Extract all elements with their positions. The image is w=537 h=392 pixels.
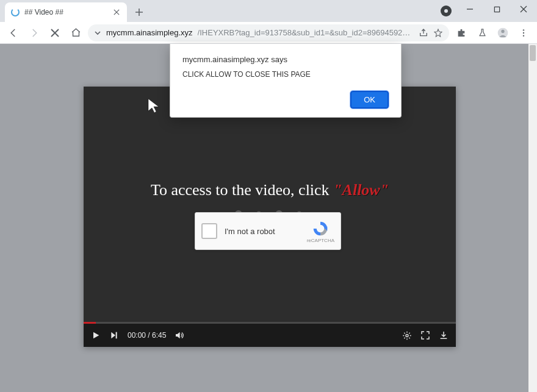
video-player: To access to the video, click "Allow" ● … xyxy=(84,87,456,347)
player-overlay-message: To access to the video, click "Allow" xyxy=(84,181,456,199)
new-tab-button[interactable] xyxy=(131,4,148,21)
bookmark-star-icon[interactable] xyxy=(433,28,443,38)
address-bar[interactable]: mycmm.ainasimpleg.xyz/IHEYXRB?tag_id=913… xyxy=(88,24,449,41)
nav-back-button[interactable] xyxy=(5,24,22,41)
browser-tab-active[interactable]: ## Video ## xyxy=(5,2,127,22)
browser-toolbar: mycmm.ainasimpleg.xyz/IHEYXRB?tag_id=913… xyxy=(0,22,537,44)
url-host: mycmm.ainasimpleg.xyz xyxy=(106,28,193,37)
download-icon[interactable] xyxy=(439,330,449,340)
recaptcha-checkbox[interactable] xyxy=(201,223,217,239)
tab-favicon-spinner xyxy=(11,8,20,16)
window-close-button[interactable] xyxy=(510,0,537,18)
nav-stop-button[interactable] xyxy=(46,24,63,41)
svg-point-2 xyxy=(501,29,504,32)
svg-point-8 xyxy=(406,334,408,337)
window-minimize-button[interactable] xyxy=(456,0,483,18)
site-info-chevron-icon[interactable] xyxy=(94,29,101,37)
svg-point-3 xyxy=(523,29,524,30)
volume-icon[interactable] xyxy=(175,330,184,340)
recaptcha-label: I'm not a robot xyxy=(225,227,300,236)
labs-icon[interactable] xyxy=(474,24,491,41)
player-controls: 00:00 / 6:45 xyxy=(84,324,456,347)
javascript-alert-dialog: mycmm.ainasimpleg.xyz says CLICK ALLOW T… xyxy=(170,44,402,118)
fullscreen-icon[interactable] xyxy=(420,330,430,340)
profile-indicator-icon[interactable] xyxy=(441,5,452,16)
tab-close-icon[interactable] xyxy=(112,8,121,16)
page-viewport: To access to the video, click "Allow" ● … xyxy=(0,44,537,392)
svg-point-4 xyxy=(523,32,524,33)
svg-rect-0 xyxy=(494,7,499,12)
svg-point-5 xyxy=(523,35,524,36)
cursor-pointer-icon xyxy=(146,98,161,115)
player-message-allow: "Allow" xyxy=(333,181,389,199)
url-path: /IHEYXRB?tag_id=913758&sub_id1=&sub_id2=… xyxy=(198,28,414,37)
vertical-scrollbar[interactable] xyxy=(528,44,537,392)
player-progress-bar[interactable] xyxy=(84,322,456,324)
settings-gear-icon[interactable] xyxy=(402,330,412,340)
recaptcha-logo: reCAPTCHA xyxy=(307,219,334,243)
time-total: 6:45 xyxy=(152,331,166,340)
tab-title: ## Video ## xyxy=(24,8,107,16)
player-time: 00:00 / 6:45 xyxy=(128,331,166,340)
extensions-icon[interactable] xyxy=(453,24,470,41)
svg-rect-7 xyxy=(116,332,117,339)
alert-ok-button[interactable]: OK xyxy=(350,91,389,109)
nav-forward-button[interactable] xyxy=(26,24,43,41)
window-controls xyxy=(456,0,537,18)
time-current: 00:00 xyxy=(128,331,146,340)
alert-origin: mycmm.ainasimpleg.xyz says xyxy=(182,55,389,64)
recaptcha-widget[interactable]: I'm not a robot reCAPTCHA xyxy=(195,212,341,250)
next-icon[interactable] xyxy=(109,330,119,340)
kebab-menu-icon[interactable] xyxy=(515,24,532,41)
recaptcha-brand: reCAPTCHA xyxy=(307,238,334,243)
player-message-text: To access to the video, click xyxy=(151,181,333,199)
scrollbar-thumb[interactable] xyxy=(530,45,536,61)
play-icon[interactable] xyxy=(91,330,101,340)
window-titlebar: ## Video ## xyxy=(0,0,537,22)
alert-message: CLICK ALLOW TO CLOSE THIS PAGE xyxy=(182,70,389,79)
window-maximize-button[interactable] xyxy=(483,0,510,18)
profile-avatar-icon[interactable] xyxy=(494,24,511,41)
share-icon[interactable] xyxy=(419,28,428,38)
nav-home-button[interactable] xyxy=(67,24,84,41)
